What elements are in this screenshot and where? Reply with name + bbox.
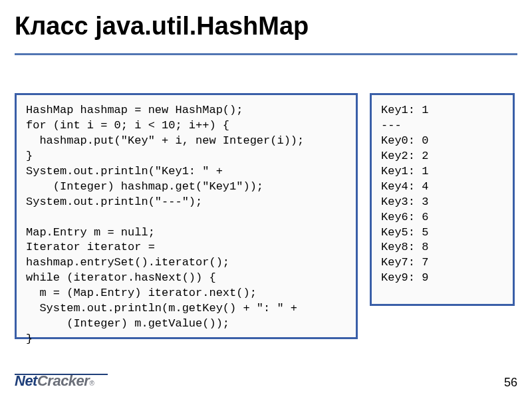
logo-text-net: Net — [15, 372, 37, 390]
logo-text-cracker: Cracker — [37, 372, 89, 390]
slide-number: 56 — [504, 376, 517, 390]
content-row: HashMap hashmap = new HashMap(); for (in… — [15, 93, 515, 339]
logo-registered-icon: ® — [89, 380, 94, 387]
footer: NetCracker® 56 — [0, 364, 532, 394]
netcracker-logo: NetCracker® — [15, 372, 94, 390]
slide-title: Класс java.util.HashMap — [15, 12, 309, 41]
code-block-left: HashMap hashmap = new HashMap(); for (in… — [15, 93, 358, 339]
output-block-right: Key1: 1 --- Key0: 0 Key2: 2 Key1: 1 Key4… — [370, 93, 515, 306]
title-divider — [15, 53, 517, 55]
